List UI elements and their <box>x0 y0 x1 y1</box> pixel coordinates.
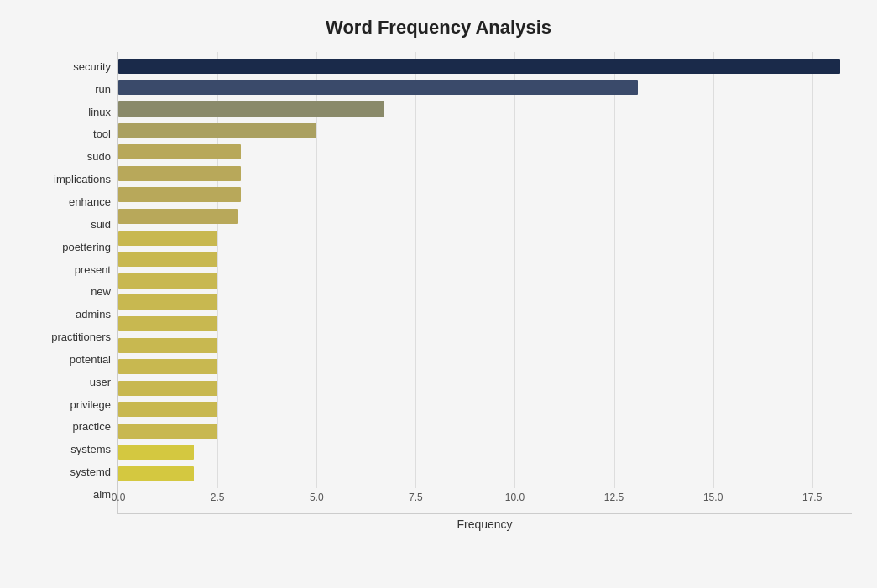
x-tick: 12.5 <box>604 492 624 503</box>
bar <box>118 252 217 267</box>
y-label: admins <box>76 309 111 320</box>
bar <box>118 80 638 95</box>
bar <box>118 123 316 138</box>
y-label: privilege <box>70 399 111 410</box>
y-label: aim <box>93 489 111 500</box>
grid-and-bars <box>118 52 852 488</box>
x-tick: 2.5 <box>211 492 225 503</box>
y-label: tool <box>93 128 111 139</box>
bar <box>118 166 241 181</box>
bar <box>118 187 241 202</box>
bar-row <box>118 250 852 268</box>
x-tick: 7.5 <box>409 492 423 503</box>
bar-row <box>118 78 852 96</box>
bar-row <box>118 400 852 419</box>
bar-row <box>118 164 852 183</box>
x-tick: 17.5 <box>802 492 822 503</box>
bar <box>118 424 217 439</box>
x-tick: 0.0 <box>112 492 126 503</box>
bar-row <box>118 100 852 118</box>
bar <box>118 338 217 353</box>
bar-row <box>118 57 852 75</box>
bar-row <box>118 379 852 398</box>
chart-title: Word Frequency Analysis <box>25 17 852 39</box>
y-label: security <box>73 61 111 72</box>
bar-row <box>118 357 852 376</box>
x-axis-label: Frequency <box>117 518 852 531</box>
y-label: systemd <box>70 466 111 477</box>
bar-row <box>118 272 852 290</box>
y-label: poettering <box>62 242 111 252</box>
bar-row <box>118 185 852 204</box>
y-label: systems <box>70 444 111 455</box>
bar-row <box>118 207 852 226</box>
bar <box>118 445 194 460</box>
bar <box>118 294 217 310</box>
x-tick: 10.0 <box>505 492 525 503</box>
y-label: suid <box>91 219 111 230</box>
bar-row <box>118 336 852 355</box>
bar <box>118 144 241 159</box>
y-label: linux <box>88 107 111 117</box>
bar <box>118 359 217 374</box>
bar-row <box>118 465 852 483</box>
bar-row <box>118 443 852 461</box>
x-tick: 5.0 <box>310 492 324 503</box>
bar-row <box>118 143 852 161</box>
y-label: new <box>91 286 111 297</box>
y-label: enhance <box>69 196 111 207</box>
y-label: potential <box>70 354 111 365</box>
bar <box>118 316 217 331</box>
y-label: implications <box>54 174 111 185</box>
bar <box>118 59 840 74</box>
bar-row <box>118 315 852 333</box>
chart-container: Word Frequency Analysis securityrunlinux… <box>0 0 877 588</box>
bar-row <box>118 293 852 311</box>
y-label: user <box>90 377 111 388</box>
chart-area: securityrunlinuxtoolsudoimplicationsenha… <box>25 52 852 531</box>
bar-row <box>118 229 852 247</box>
x-axis: 0.02.55.07.510.012.515.017.5 <box>118 488 852 513</box>
bar <box>118 273 217 289</box>
y-label: practice <box>72 421 111 432</box>
bar <box>118 209 238 224</box>
y-label: run <box>95 84 111 95</box>
bar-row <box>118 422 852 440</box>
y-axis: securityrunlinuxtoolsudoimplicationsenha… <box>25 52 117 531</box>
bar <box>118 402 217 417</box>
bar <box>118 231 217 246</box>
y-label: present <box>75 264 111 275</box>
bar <box>118 466 194 481</box>
bar <box>118 101 384 117</box>
bar-row <box>118 122 852 140</box>
y-label: sudo <box>87 151 111 162</box>
bars-wrapper <box>118 52 852 488</box>
plot-area: 0.02.55.07.510.012.515.017.5 <box>117 52 852 514</box>
y-label: practitioners <box>51 331 111 342</box>
bar <box>118 381 217 396</box>
x-tick: 15.0 <box>703 492 723 503</box>
